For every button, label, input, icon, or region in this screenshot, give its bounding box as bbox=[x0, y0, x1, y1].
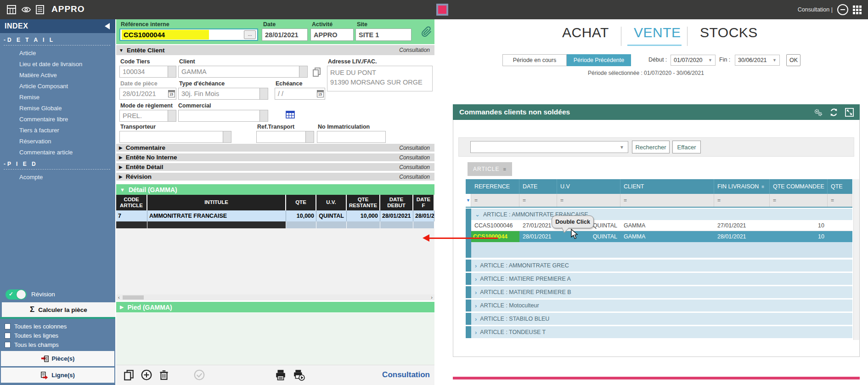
chevron-right-icon[interactable]: › bbox=[475, 329, 477, 336]
vertical-scrollbar[interactable] bbox=[853, 179, 859, 340]
form-icon[interactable] bbox=[35, 5, 45, 15]
group-row-ammonitrate-grec[interactable]: ›ARTICLE : AMMONITRATE GREC bbox=[466, 260, 852, 272]
col-date-debut[interactable]: DATE DEBUT bbox=[380, 195, 413, 210]
col-date[interactable]: DATE bbox=[519, 179, 557, 194]
ok-button[interactable]: OK bbox=[786, 54, 800, 66]
sidebar-item-acompte[interactable]: Acompte bbox=[19, 172, 111, 183]
minimize-icon[interactable] bbox=[837, 4, 848, 15]
col-reference[interactable]: REFERENCE bbox=[471, 179, 519, 194]
debut-date-field[interactable]: 01/07/2020▼ bbox=[671, 55, 716, 66]
sidebar-item-article[interactable]: Article bbox=[19, 48, 111, 59]
col-fin-livraison[interactable]: FIN LIVRAISON≡ bbox=[714, 179, 770, 194]
print-icon[interactable] bbox=[275, 369, 287, 381]
sidebar-item-commentaire-article[interactable]: Commentaire article bbox=[19, 147, 111, 158]
detail-table-row[interactable]: 7 AMMONITRATE FRANCAISE 10,000 QUINTAL 1… bbox=[116, 210, 434, 221]
date-piece-field[interactable]: 28/01/2021 bbox=[119, 88, 176, 100]
filter-cell[interactable]: = bbox=[770, 194, 828, 207]
section-entete-detail[interactable]: ▶Entête DétailConsultation bbox=[116, 163, 434, 172]
code-tiers-field[interactable]: 100034 bbox=[119, 66, 176, 78]
magenta-app-icon[interactable] bbox=[436, 4, 448, 16]
chevron-down-icon[interactable]: ▼ bbox=[708, 58, 712, 62]
ref-transport-field[interactable] bbox=[256, 131, 314, 143]
group-row-matiere-premiere-a[interactable]: ›ARTICLE : MATIERE PREMIERE A bbox=[466, 273, 852, 285]
add-icon[interactable] bbox=[141, 369, 152, 381]
col-qte-commandee[interactable]: QTE COMMANDEE bbox=[770, 179, 828, 194]
chevron-right-icon[interactable]: › bbox=[475, 289, 477, 296]
filter-cell[interactable]: = bbox=[519, 194, 557, 207]
horizontal-scrollbar[interactable]: ‹ › bbox=[116, 294, 434, 300]
calendar-icon[interactable] bbox=[168, 90, 175, 97]
chevron-down-icon[interactable]: ⌄ bbox=[475, 211, 480, 218]
piece-button[interactable]: Pièce(s) bbox=[1, 351, 114, 366]
col-date-fin[interactable]: DATE F bbox=[413, 195, 434, 210]
sidebar-item-remise-globale[interactable]: Remise Globale bbox=[19, 103, 111, 114]
sidebar-item-lieu-date-livraison[interactable]: Lieu et date de livraison bbox=[19, 59, 111, 70]
sidebar-item-remise[interactable]: Remise bbox=[19, 92, 111, 103]
checkbox-icon[interactable] bbox=[5, 342, 11, 348]
chevron-right-icon[interactable]: › bbox=[475, 302, 477, 309]
chevron-right-icon[interactable]: › bbox=[475, 262, 477, 269]
group-row-matiere-premiere-b[interactable]: ›ARTICLE : MATIERE PREMIERE B bbox=[466, 286, 852, 298]
duplicate-icon[interactable] bbox=[123, 369, 135, 381]
transporteur-field[interactable] bbox=[119, 131, 231, 143]
date-field[interactable]: 28/01/2021 bbox=[262, 28, 308, 41]
pied-gamma-bar[interactable]: ▶Pied (GAMMA) bbox=[116, 302, 434, 312]
chevron-down-icon[interactable]: ▼ bbox=[772, 58, 777, 62]
effacer-button[interactable]: Effacer bbox=[672, 141, 701, 153]
collapse-sidebar-icon[interactable] bbox=[105, 23, 110, 29]
filter-funnel-cell[interactable]: ▼ bbox=[466, 194, 471, 207]
commercial-field[interactable] bbox=[178, 110, 268, 122]
lookup-button[interactable] bbox=[168, 110, 176, 121]
entete-client-bar[interactable]: ▼ Entête Client Consultation bbox=[116, 45, 434, 56]
rechercher-button[interactable]: Rechercher bbox=[632, 141, 670, 153]
print-export-icon[interactable] bbox=[293, 369, 305, 381]
scrollbar-thumb[interactable] bbox=[123, 295, 144, 300]
lookup-button[interactable] bbox=[168, 66, 176, 77]
order-row-selected[interactable]: CCS1000044 28/01/2021 QUINTAL GAMMA 28/0… bbox=[466, 231, 852, 242]
delete-icon[interactable] bbox=[158, 369, 170, 381]
filter-cell[interactable]: = bbox=[620, 194, 714, 207]
group-row-stabilo-bleu[interactable]: ›ARTICLE : STABILO BLEU bbox=[466, 313, 852, 325]
checkbox-icon[interactable] bbox=[5, 323, 11, 329]
copy-icon[interactable] bbox=[312, 67, 321, 77]
col-code-article[interactable]: CODE ARTICLE bbox=[116, 195, 147, 210]
checkbox-toutes-les-lignes[interactable]: Toutes les lignes bbox=[5, 331, 110, 340]
group-by-article-chip[interactable]: ARTICLE≡ bbox=[468, 162, 512, 176]
sidebar-item-matiere-active[interactable]: Matière Active bbox=[19, 70, 111, 81]
scroll-left-icon[interactable]: ‹ bbox=[118, 294, 120, 300]
section-entete-no-interne[interactable]: ▶Entête No InterneConsultation bbox=[116, 153, 434, 162]
lookup-button[interactable] bbox=[259, 110, 268, 121]
settings-gears-icon[interactable] bbox=[813, 108, 823, 117]
expand-icon[interactable] bbox=[845, 108, 854, 117]
tab-achat[interactable]: ACHAT bbox=[562, 25, 609, 40]
chevron-right-icon[interactable]: › bbox=[475, 316, 477, 323]
group-row-expanded[interactable]: ⌄ ARTICLE : AMMONITRATE FRANCAISE bbox=[466, 209, 852, 220]
detail-gamma-bar[interactable]: ▼Détail (GAMMA) bbox=[116, 184, 434, 195]
chevron-down-icon[interactable]: ▼ bbox=[620, 145, 624, 150]
adresse-box[interactable]: RUE DU PONT 91390 MORSANG SUR ORGE bbox=[327, 66, 433, 91]
spreadsheet-icon[interactable] bbox=[286, 111, 295, 119]
sidebar-item-reservation[interactable]: Réservation bbox=[19, 136, 111, 147]
periode-precedente-button[interactable]: Période Précédente bbox=[567, 54, 631, 66]
ligne-button[interactable]: Ligne(s) bbox=[1, 368, 114, 383]
refresh-icon[interactable] bbox=[829, 108, 839, 117]
group-row-tondeuse-t[interactable]: ›ARTICLE : TONDEUSE T bbox=[466, 326, 852, 338]
table-edit-icon[interactable] bbox=[6, 5, 17, 15]
checkbox-tous-les-champs[interactable]: Tous les champs bbox=[5, 340, 110, 349]
fin-date-field[interactable]: 30/06/2021▼ bbox=[735, 55, 780, 66]
activite-field[interactable]: APPRO bbox=[310, 28, 354, 41]
col-uv[interactable]: U.V bbox=[557, 179, 620, 194]
col-client[interactable]: CLIENT bbox=[620, 179, 714, 194]
paperclip-icon[interactable] bbox=[421, 26, 432, 38]
calculer-piece-button[interactable]: ΣCalculer la pièce bbox=[2, 302, 115, 317]
order-row[interactable]: CCAS1000046 27/01/2021 QUINTAL GAMMA 27/… bbox=[466, 220, 852, 231]
filter-cell[interactable]: = bbox=[714, 194, 770, 207]
lookup-button[interactable] bbox=[305, 131, 314, 142]
lookup-button[interactable] bbox=[299, 66, 307, 77]
col-qte[interactable]: QTE bbox=[286, 195, 316, 210]
periode-en-cours-button[interactable]: Période en cours bbox=[502, 54, 567, 66]
sidebar-item-commentaire-libre[interactable]: Commentaire libre bbox=[19, 114, 111, 125]
reference-interne-field[interactable]: CCS1000044 ... bbox=[119, 28, 258, 41]
reference-lookup-button[interactable]: ... bbox=[244, 30, 256, 39]
filter-cell[interactable]: = bbox=[557, 194, 620, 207]
